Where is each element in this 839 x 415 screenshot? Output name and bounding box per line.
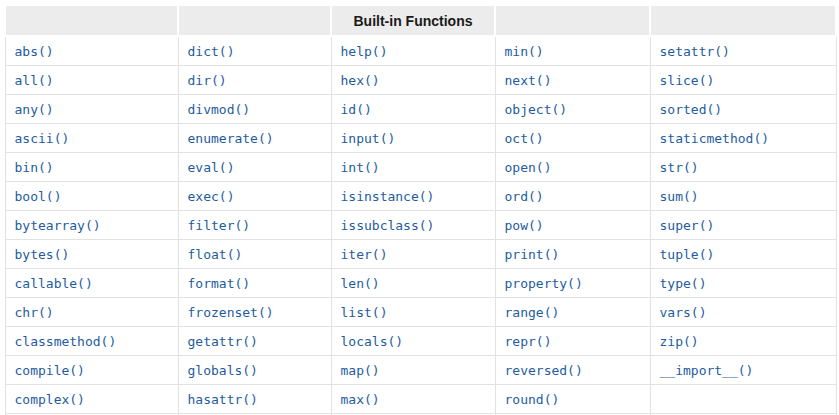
function-link-dir[interactable]: dir(): [188, 73, 227, 88]
function-link-iter[interactable]: iter(): [341, 247, 388, 262]
function-cell: globals(): [178, 356, 331, 385]
function-cell: input(): [331, 124, 495, 153]
function-link-help[interactable]: help(): [341, 44, 388, 59]
function-link-vars[interactable]: vars(): [660, 305, 707, 320]
function-link-pow[interactable]: pow(): [505, 218, 544, 233]
table-row: callable()format()len()property()type(): [5, 269, 836, 298]
function-link-oct[interactable]: oct(): [505, 131, 544, 146]
function-link-zip[interactable]: zip(): [660, 334, 699, 349]
function-link-chr[interactable]: chr(): [15, 305, 54, 320]
function-cell: filter(): [178, 211, 331, 240]
function-link-frozenset[interactable]: frozenset(): [188, 305, 274, 320]
table-row: any()divmod()id()object()sorted(): [5, 95, 836, 124]
function-link-str[interactable]: str(): [660, 160, 699, 175]
function-link-exec[interactable]: exec(): [188, 189, 235, 204]
function-cell: format(): [178, 269, 331, 298]
function-link-input[interactable]: input(): [341, 131, 396, 146]
function-cell: iter(): [331, 240, 495, 269]
function-link-globals[interactable]: globals(): [188, 363, 258, 378]
function-link-divmod[interactable]: divmod(): [188, 102, 251, 117]
function-link-round[interactable]: round(): [505, 392, 560, 407]
function-link-eval[interactable]: eval(): [188, 160, 235, 175]
function-link-min[interactable]: min(): [505, 44, 544, 59]
function-link-dict[interactable]: dict(): [188, 44, 235, 59]
function-link-bool[interactable]: bool(): [15, 189, 62, 204]
function-link-issubclass[interactable]: issubclass(): [341, 218, 435, 233]
function-link-id[interactable]: id(): [341, 102, 372, 117]
function-link-locals[interactable]: locals(): [341, 334, 404, 349]
function-cell: super(): [650, 211, 836, 240]
function-link-open[interactable]: open(): [505, 160, 552, 175]
header-row: Built-in Functions: [5, 5, 836, 36]
function-link-abs[interactable]: abs(): [15, 44, 54, 59]
function-link-list[interactable]: list(): [341, 305, 388, 320]
function-link-all[interactable]: all(): [15, 73, 54, 88]
function-link-callable[interactable]: callable(): [15, 276, 93, 291]
function-link-sum[interactable]: sum(): [660, 189, 699, 204]
table-row: bin()eval()int()open()str(): [5, 153, 836, 182]
function-link-bytearray[interactable]: bytearray(): [15, 218, 101, 233]
function-cell: sum(): [650, 182, 836, 211]
header-cell-title: Built-in Functions: [331, 5, 495, 36]
function-link-hasattr[interactable]: hasattr(): [188, 392, 258, 407]
function-link-len[interactable]: len(): [341, 276, 380, 291]
function-link-property[interactable]: property(): [505, 276, 583, 291]
function-link-enumerate[interactable]: enumerate(): [188, 131, 274, 146]
function-cell: any(): [5, 95, 178, 124]
function-cell: getattr(): [178, 327, 331, 356]
function-link-slice[interactable]: slice(): [660, 73, 715, 88]
function-cell: callable(): [5, 269, 178, 298]
function-link-bytes[interactable]: bytes(): [15, 247, 70, 262]
function-cell: object(): [495, 95, 650, 124]
function-link-print[interactable]: print(): [505, 247, 560, 262]
function-cell: chr(): [5, 298, 178, 327]
function-link-hex[interactable]: hex(): [341, 73, 380, 88]
function-link-repr[interactable]: repr(): [505, 334, 552, 349]
function-link-format[interactable]: format(): [188, 276, 251, 291]
function-link-reversed[interactable]: reversed(): [505, 363, 583, 378]
function-link-setattr[interactable]: setattr(): [660, 44, 730, 59]
function-cell: int(): [331, 153, 495, 182]
function-cell: oct(): [495, 124, 650, 153]
function-link-tuple[interactable]: tuple(): [660, 247, 715, 262]
function-cell: exec(): [178, 182, 331, 211]
function-link-getattr[interactable]: getattr(): [188, 334, 258, 349]
function-cell: round(): [495, 385, 650, 414]
function-link-range[interactable]: range(): [505, 305, 560, 320]
function-cell: bytearray(): [5, 211, 178, 240]
function-cell: help(): [331, 36, 495, 66]
function-cell: abs(): [5, 36, 178, 66]
function-link-staticmethod[interactable]: staticmethod(): [660, 131, 770, 146]
function-link-max[interactable]: max(): [341, 392, 380, 407]
table-body: abs()dict()help()min()setattr()all()dir(…: [5, 36, 836, 415]
function-link-ascii[interactable]: ascii(): [15, 131, 70, 146]
function-link-int[interactable]: int(): [341, 160, 380, 175]
function-link-complex[interactable]: complex(): [15, 392, 85, 407]
function-link-super[interactable]: super(): [660, 218, 715, 233]
function-cell: dir(): [178, 66, 331, 95]
function-link-filter[interactable]: filter(): [188, 218, 251, 233]
function-cell: float(): [178, 240, 331, 269]
function-link-sorted[interactable]: sorted(): [660, 102, 723, 117]
function-cell: complex(): [5, 385, 178, 414]
function-link-type[interactable]: type(): [660, 276, 707, 291]
function-cell: frozenset(): [178, 298, 331, 327]
function-link-classmethod[interactable]: classmethod(): [15, 334, 117, 349]
function-link-isinstance[interactable]: isinstance(): [341, 189, 435, 204]
function-link-object[interactable]: object(): [505, 102, 568, 117]
function-cell: slice(): [650, 66, 836, 95]
function-cell: locals(): [331, 327, 495, 356]
function-link-__import__[interactable]: __import__(): [660, 363, 754, 378]
table-header: Built-in Functions: [5, 5, 836, 36]
function-cell: tuple(): [650, 240, 836, 269]
function-link-next[interactable]: next(): [505, 73, 552, 88]
function-link-compile[interactable]: compile(): [15, 363, 85, 378]
function-link-ord[interactable]: ord(): [505, 189, 544, 204]
function-link-any[interactable]: any(): [15, 102, 54, 117]
function-link-map[interactable]: map(): [341, 363, 380, 378]
function-link-float[interactable]: float(): [188, 247, 243, 262]
header-cell-empty-4: [495, 5, 650, 36]
function-cell: list(): [331, 298, 495, 327]
function-link-bin[interactable]: bin(): [15, 160, 54, 175]
function-cell: hasattr(): [178, 385, 331, 414]
